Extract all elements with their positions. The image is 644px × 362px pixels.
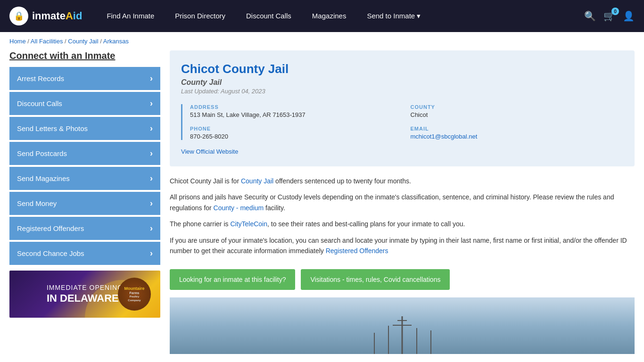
sidebar-arrow-discount-calls: › [150,99,153,108]
desc-para-4: If you are unsure of your inmate's locat… [170,235,635,256]
email-field: EMAIL mchicot1@sbcglobal.net [411,126,624,140]
desc-para-2: All prisons and jails have Security or C… [170,192,635,213]
sidebar-label-send-letters: Send Letters & Photos [17,124,88,132]
nav-send-to-inmate[interactable]: Send to Inmate ▾ [356,0,431,32]
ad-delaware: IN DELAWARE [47,292,123,305]
main-content: Chicot County Jail County Jail Last Upda… [170,50,635,354]
sidebar-item-send-letters[interactable]: Send Letters & Photos › [9,117,160,140]
phone-value: 870-265-8020 [190,133,403,140]
sidebar-title: Connect with an Inmate [9,50,160,61]
sidebar-item-registered-offenders[interactable]: Registered Offenders › [9,217,160,240]
sidebar-label-second-chance-jobs: Second Chance Jobs [17,249,84,257]
sidebar-arrow-send-magazines: › [150,173,153,183]
desc-para-3: The phone carrier is CityTeleCoin, to se… [170,219,635,229]
ad-immediate: IMMEDIATE OPENING [47,283,123,292]
breadcrumb-home[interactable]: Home [9,38,26,45]
sidebar-label-send-postcards: Send Postcards [17,149,67,157]
facility-type: County Jail [181,78,623,87]
visitations-button[interactable]: Visitations - times, rules, Covid cancel… [301,269,450,290]
sidebar-item-second-chance-jobs[interactable]: Second Chance Jobs › [9,242,160,265]
sidebar-label-send-money: Send Money [17,199,57,207]
breadcrumb: Home / All Facilities / County Jail / Ar… [0,32,644,50]
sidebar-arrow-send-money: › [150,198,153,208]
sidebar-item-discount-calls[interactable]: Discount Calls › [9,92,160,115]
breadcrumb-state[interactable]: Arkansas [103,38,129,45]
action-buttons: Looking for an inmate at this facility? … [170,269,635,290]
sidebar-menu: Arrest Records › Discount Calls › Send L… [9,67,160,265]
sidebar-label-arrest-records: Arrest Records [17,74,64,82]
desc4-registered-offenders-link[interactable]: Registered Offenders [326,247,388,255]
sidebar-ad[interactable]: IMMEDIATE OPENING IN DELAWARE Mountaire … [9,271,160,318]
nav-prison-directory[interactable]: Prison Directory [165,0,236,32]
sidebar-arrow-second-chance-jobs: › [150,248,153,258]
search-icon[interactable]: 🔍 [584,10,596,22]
phone-field: PHONE 870-265-8020 [190,126,403,140]
facility-description: Chicot County Jail is for County Jail of… [170,176,635,269]
sidebar-item-send-money[interactable]: Send Money › [9,192,160,215]
facility-image-inner [170,297,635,354]
nav-magazines[interactable]: Magazines [302,0,357,32]
sidebar: Connect with an Inmate Arrest Records › … [9,50,160,354]
address-value: 513 Main St, Lake Village, AR 71653-1937 [190,111,403,118]
sidebar-label-send-magazines: Send Magazines [17,174,70,182]
sidebar-label-discount-calls: Discount Calls [17,99,62,107]
sidebar-arrow-registered-offenders: › [150,223,153,233]
facility-card: Chicot County Jail County Jail Last Upda… [170,50,635,166]
email-label: EMAIL [411,126,624,132]
cart-icon[interactable]: 🛒 0 [603,10,615,22]
sidebar-item-send-postcards[interactable]: Send Postcards › [9,142,160,165]
ad-logo: Mountaire Farms Poultry Company [118,278,151,311]
sidebar-item-arrest-records[interactable]: Arrest Records › [9,67,160,90]
logo-text: inmateAid [32,10,82,22]
facility-info-grid: ADDRESS 513 Main St, Lake Village, AR 71… [181,104,623,140]
ad-logo-text: Mountaire Farms Poultry Company [124,286,144,302]
desc-para-1: Chicot County Jail is for County Jail of… [170,176,635,186]
nav-discount-calls[interactable]: Discount Calls [236,0,302,32]
facility-name: Chicot County Jail [181,62,623,76]
county-field: COUNTY Chicot [411,104,624,118]
sidebar-label-registered-offenders: Registered Offenders [17,224,84,232]
logo[interactable]: 🔒 inmateAid [9,7,82,25]
email-value[interactable]: mchicot1@sbcglobal.net [411,133,478,140]
view-website-link[interactable]: View Official Website [181,148,238,155]
sidebar-arrow-arrest-records: › [150,74,153,83]
nav-find-inmate[interactable]: Find An Inmate [96,0,165,32]
county-label: COUNTY [411,104,624,110]
user-icon[interactable]: 👤 [623,10,635,22]
breadcrumb-all-facilities[interactable]: All Facilities [31,38,63,45]
desc3-citytelecoin-link[interactable]: CityTeleCoin [230,220,267,228]
address-label: ADDRESS [190,104,403,110]
desc2-county-medium-link[interactable]: County - medium [214,204,264,212]
facility-image [170,297,635,354]
looking-for-inmate-button[interactable]: Looking for an inmate at this facility? [170,269,295,290]
sidebar-arrow-send-postcards: › [150,148,153,158]
breadcrumb-county-jail[interactable]: County Jail [68,38,98,45]
phone-label: PHONE [190,126,403,132]
address-field: ADDRESS 513 Main St, Lake Village, AR 71… [190,104,403,118]
county-value: Chicot [411,111,624,118]
sidebar-arrow-send-letters: › [150,123,153,133]
sidebar-item-send-magazines[interactable]: Send Magazines › [9,167,160,190]
logo-icon: 🔒 [9,7,28,25]
cart-badge: 0 [611,8,619,15]
last-updated: Last Updated: August 04, 2023 [181,88,623,95]
desc1-county-jail-link[interactable]: County Jail [241,177,273,185]
